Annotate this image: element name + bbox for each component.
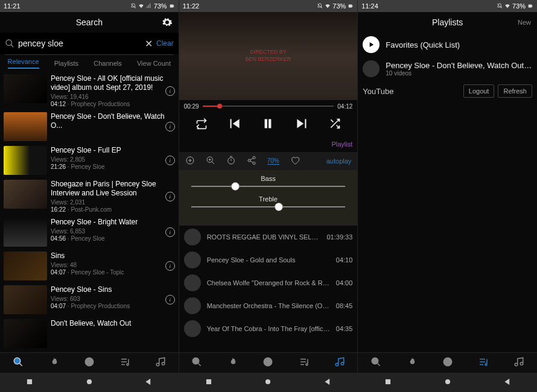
result-item[interactable]: Pencey Sloe - Don't Believe, Watch O...i bbox=[0, 110, 179, 144]
nav-back-icon[interactable] bbox=[323, 378, 332, 388]
volume-pct[interactable]: 70% bbox=[267, 157, 279, 165]
tab-trending-icon[interactable] bbox=[48, 356, 59, 369]
info-icon[interactable]: i bbox=[165, 295, 175, 305]
treble-slider[interactable] bbox=[191, 206, 346, 207]
svg-rect-5 bbox=[28, 379, 32, 384]
repeat-icon[interactable] bbox=[195, 118, 208, 131]
svg-point-12 bbox=[253, 156, 255, 159]
tab-history-icon[interactable] bbox=[262, 356, 273, 369]
status-bar: 11:22 73% bbox=[179, 0, 358, 12]
result-thumb bbox=[4, 112, 47, 141]
info-icon[interactable]: i bbox=[165, 261, 175, 271]
player-controls bbox=[179, 112, 358, 136]
results-list[interactable]: Pencey Sloe - All OK [official music vid… bbox=[0, 72, 179, 352]
nav-back-icon[interactable] bbox=[503, 378, 512, 388]
queue-item[interactable]: Pencey Sloe - Gold and Souls04:10 bbox=[179, 248, 358, 271]
video-player[interactable]: DIRECTED BYBEN BERZERKER bbox=[179, 12, 358, 100]
prev-icon[interactable] bbox=[226, 116, 242, 133]
playlist-label-row: Playlist bbox=[179, 136, 358, 152]
tab-trending-icon[interactable] bbox=[227, 356, 238, 369]
playlists-header: Playlists New bbox=[358, 12, 537, 33]
tab-music-icon[interactable] bbox=[513, 356, 524, 369]
playlist-item[interactable]: Favorites (Quick List) bbox=[358, 33, 537, 57]
queue-list[interactable]: ROOTS REGGAE DUB VINYL SELECTI...01:39:3… bbox=[179, 226, 358, 352]
refresh-button[interactable]: Refresh bbox=[498, 84, 532, 98]
nav-recent-icon[interactable] bbox=[384, 378, 392, 388]
nav-recent-icon[interactable] bbox=[25, 378, 34, 388]
search-bar: ✕ Clear bbox=[0, 33, 179, 54]
result-thumb bbox=[4, 180, 47, 209]
player-pane: 11:22 73% DIRECTED BYBEN BERZERKER 00:29… bbox=[179, 0, 358, 392]
tab-queue-icon[interactable] bbox=[478, 356, 489, 369]
playlist-item[interactable]: Pencey Sloe - Don't Believe, Watch Out [… bbox=[358, 57, 537, 81]
pause-icon[interactable] bbox=[260, 116, 276, 133]
nav-back-icon[interactable] bbox=[144, 378, 153, 388]
tab-search-icon[interactable] bbox=[13, 356, 24, 369]
info-icon[interactable]: i bbox=[165, 192, 175, 201]
bass-slider[interactable] bbox=[191, 186, 346, 187]
tab-viewcount[interactable]: View Count bbox=[137, 60, 171, 67]
queue-item[interactable]: Year Of The Cobra - Into The Fray [offic… bbox=[179, 317, 358, 340]
queue-item[interactable]: Chelsea Wolfe "Deranged for Rock & Roll"… bbox=[179, 271, 358, 294]
action-row: 70% autoplay bbox=[179, 152, 358, 170]
result-thumb bbox=[4, 319, 47, 348]
svg-point-13 bbox=[248, 159, 250, 162]
nav-home-icon[interactable] bbox=[85, 378, 94, 388]
next-icon[interactable] bbox=[294, 116, 310, 133]
nav-recent-icon[interactable] bbox=[205, 378, 213, 388]
svg-point-15 bbox=[192, 358, 199, 364]
nav-home-icon[interactable] bbox=[264, 378, 272, 388]
tab-search-icon[interactable] bbox=[191, 356, 202, 369]
info-icon[interactable]: i bbox=[165, 86, 175, 96]
tab-trending-icon[interactable] bbox=[406, 356, 417, 369]
autoplay-toggle[interactable]: autoplay bbox=[326, 157, 352, 165]
tab-music-icon[interactable] bbox=[155, 356, 166, 369]
share-icon[interactable] bbox=[247, 156, 256, 167]
battery-text: 73% bbox=[512, 2, 526, 10]
info-icon[interactable]: i bbox=[165, 227, 175, 237]
status-time: 11:22 bbox=[183, 2, 200, 10]
new-playlist-button[interactable]: New bbox=[518, 19, 531, 26]
wifi-icon bbox=[325, 3, 331, 9]
shuffle-icon[interactable] bbox=[329, 118, 341, 131]
result-item[interactable]: Pencey Sloe - SinsViews: 60304:07 · Prop… bbox=[0, 283, 179, 317]
heart-icon[interactable] bbox=[290, 156, 300, 167]
queue-item[interactable]: ROOTS REGGAE DUB VINYL SELECTI...01:39:3… bbox=[179, 226, 358, 248]
zoom-icon[interactable] bbox=[206, 156, 215, 167]
tab-history-icon[interactable] bbox=[442, 356, 453, 369]
tab-queue-icon[interactable] bbox=[299, 356, 310, 369]
clear-button[interactable]: Clear bbox=[156, 39, 174, 48]
tab-channels[interactable]: Channels bbox=[94, 60, 121, 67]
playlist-label[interactable]: Playlist bbox=[331, 141, 352, 148]
info-icon[interactable]: i bbox=[165, 122, 175, 131]
result-item[interactable]: Don't Believe, Watch Out bbox=[0, 317, 179, 350]
bottom-tabs bbox=[179, 352, 358, 373]
tab-queue-icon[interactable] bbox=[119, 356, 130, 369]
info-icon[interactable]: i bbox=[165, 156, 175, 165]
add-icon[interactable] bbox=[185, 156, 195, 167]
settings-icon[interactable] bbox=[162, 17, 173, 30]
tab-relevance[interactable]: Relevance bbox=[8, 58, 39, 69]
battery-text: 73% bbox=[332, 2, 346, 10]
logout-button[interactable]: Logout bbox=[463, 84, 495, 98]
search-input[interactable] bbox=[18, 39, 141, 48]
result-item[interactable]: Shoegaze in Paris | Pencey Sloe Intervie… bbox=[0, 177, 179, 215]
tab-history-icon[interactable] bbox=[84, 356, 95, 369]
tab-playlists[interactable]: Playlists bbox=[54, 60, 78, 67]
timer-icon[interactable] bbox=[226, 156, 236, 167]
search-icon bbox=[5, 39, 14, 48]
svg-point-14 bbox=[253, 162, 255, 164]
result-item[interactable]: SinsViews: 4804:07 · Pencey Sloe - Topic… bbox=[0, 249, 179, 283]
result-item[interactable]: Pencey Sloe - Full EPViews: 2,80521:26 ·… bbox=[0, 144, 179, 177]
signal-icon bbox=[146, 3, 152, 9]
tab-search-icon[interactable] bbox=[370, 356, 381, 369]
clear-x-icon[interactable]: ✕ bbox=[145, 38, 153, 49]
nav-home-icon[interactable] bbox=[443, 378, 452, 388]
queue-item[interactable]: Manchester Orchestra - The Silence (Offi… bbox=[179, 294, 358, 317]
result-item[interactable]: Pencey Sloe - All OK [official music vid… bbox=[0, 72, 179, 110]
progress-bar[interactable] bbox=[203, 106, 334, 107]
status-bar: 11:24 73% bbox=[358, 0, 537, 12]
result-item[interactable]: Pencey Sloe - Bright WaterViews: 6,85304… bbox=[0, 215, 179, 249]
search-header: Search bbox=[0, 12, 179, 33]
tab-music-icon[interactable] bbox=[334, 356, 345, 369]
